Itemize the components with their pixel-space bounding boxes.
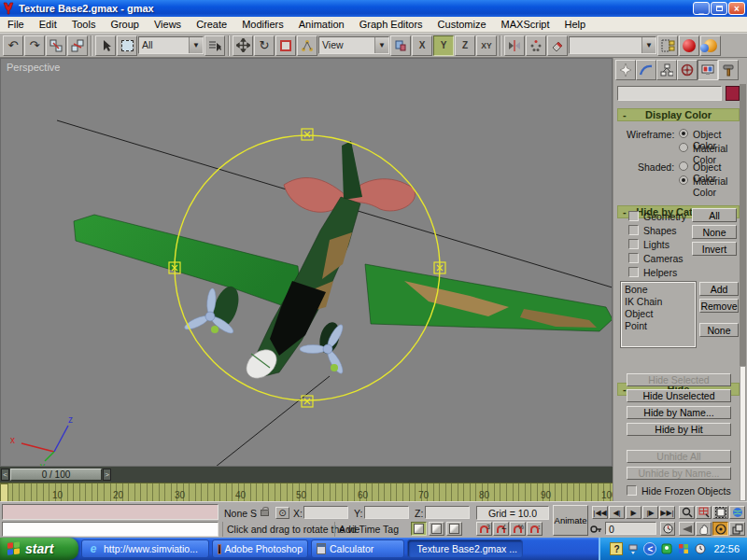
material-editor-icon[interactable] [679,35,699,56]
category-none2-button[interactable]: None [699,323,739,337]
object-color-swatch[interactable] [726,86,740,101]
time-slider-next-button[interactable]: > [103,469,111,481]
go-to-start-button[interactable]: |◀◀ [592,506,608,519]
helpers-checkbox[interactable] [628,267,639,277]
viewport-label[interactable]: Perspective [7,62,60,73]
move-icon[interactable] [233,35,253,56]
add-time-tag[interactable]: Add Time Tag [334,522,402,537]
menu-file[interactable]: File [0,18,32,31]
axis-xy-button[interactable]: XY [476,35,497,56]
selection-filter-dropdown[interactable]: All ▼ [138,36,204,54]
zoom-all-button[interactable] [696,506,712,519]
rollout-display-color[interactable]: - Display Color [617,108,740,121]
hide-by-name-button[interactable]: Hide by Name... [627,406,731,419]
align-icon[interactable] [547,35,568,56]
min-max-toggle-button[interactable] [729,522,745,536]
minimize-button[interactable]: _ [693,2,710,15]
tab-utilities[interactable] [718,60,739,80]
category-add-button[interactable]: Add [699,282,739,296]
material-navigator-icon[interactable] [700,35,721,56]
previous-frame-button[interactable]: ◀| [609,506,625,519]
snap-cycle-button[interactable] [446,522,462,536]
shaded-material-color-radio[interactable] [679,175,688,185]
taskbar-item-photoshop[interactable]: Adobe Photoshop [212,539,308,558]
shapes-checkbox[interactable] [628,225,639,235]
animate-button[interactable]: Animate [553,505,588,536]
manipulate-icon[interactable] [297,35,317,56]
geometry-checkbox[interactable] [628,211,639,221]
panel-scrollbar-thumb[interactable] [740,366,746,501]
absolute-offset-toggle[interactable]: ⊙ [275,507,289,519]
menu-modifiers[interactable]: Modifiers [234,18,291,31]
maxscript-listener-input[interactable] [2,522,218,537]
zoom-extents-all-button[interactable] [729,506,745,519]
object-name-field[interactable] [617,86,722,101]
axis-x-button[interactable]: X [412,35,432,56]
remove-hardware-icon[interactable] [627,542,640,555]
rect-selection-region-icon[interactable] [117,35,137,56]
lights-checkbox[interactable] [628,239,639,249]
menu-views[interactable]: Views [147,18,189,31]
named-selection-dropdown[interactable]: ▼ [569,36,656,54]
start-button[interactable]: start [0,538,78,560]
tab-modify[interactable] [636,60,656,80]
named-selection-sets-icon[interactable] [657,35,678,56]
current-frame-field[interactable]: 0 [605,522,656,535]
hide-icons-chevron[interactable]: < [643,542,656,555]
taskbar-item-calculator[interactable]: Calculator [311,539,404,558]
menu-graph-editors[interactable]: Graph Editors [352,18,430,31]
menu-group[interactable]: Group [103,18,147,31]
y-coord-field[interactable] [364,506,409,519]
field-of-view-button[interactable] [679,522,695,536]
snap-toggle-button[interactable] [411,522,427,536]
scale-icon[interactable] [275,35,296,56]
taskbar-item-browser[interactable]: e http://www.simviatio... [81,539,209,558]
clock-time[interactable]: 22:56 [713,543,740,554]
select-by-name-icon[interactable] [204,35,225,56]
list-item[interactable]: IK Chain Object [625,296,692,320]
menu-edit[interactable]: Edit [32,18,64,31]
axis-z-button[interactable]: Z [455,35,475,56]
track-bar[interactable]: 10 20 30 40 50 60 70 80 90 100 [0,483,613,501]
hide-by-hit-button[interactable]: Hide by Hit [627,423,731,436]
axis-y-button[interactable]: Y [433,35,454,56]
redo-icon[interactable]: ↷ [24,35,45,56]
rotate-icon[interactable]: ↻ [254,35,275,56]
taskbar-item-gmax[interactable]: Texture Base2.gmax ... [407,539,523,558]
snap-mode-button[interactable] [429,522,444,536]
angle-snap-button[interactable]: ∠ [493,522,509,536]
messenger-tray-icon[interactable] [660,542,673,555]
menu-help[interactable]: Help [557,18,594,31]
frame-indicator[interactable] [0,483,8,501]
close-button[interactable]: × [728,2,745,15]
unlink-icon[interactable] [67,35,88,56]
windows-update-tray-icon[interactable] [677,542,690,555]
next-frame-button[interactable]: |▶ [642,506,658,519]
arc-rotate-button[interactable] [712,522,728,536]
menu-customize[interactable]: Customize [430,18,494,31]
menu-create[interactable]: Create [189,18,234,31]
viewport-canvas[interactable]: x z y [1,59,613,467]
pan-button[interactable] [696,522,712,536]
menu-animation[interactable]: Animation [291,18,352,31]
hide-frozen-checkbox[interactable] [627,485,637,496]
tab-create[interactable] [615,60,636,80]
percent-snap-button[interactable]: % [510,522,526,536]
selection-lock-icon[interactable] [261,510,269,516]
tab-motion[interactable] [677,60,698,80]
perspective-viewport[interactable]: Perspective [0,58,613,467]
category-all-button[interactable]: All [692,208,737,222]
array-icon[interactable] [526,35,546,56]
x-coord-field[interactable] [303,506,348,519]
restore-button[interactable] [711,2,727,15]
select-link-icon[interactable] [46,35,66,56]
zoom-button[interactable] [679,506,695,519]
category-invert-button[interactable]: Invert [692,242,737,256]
category-none-button[interactable]: None [692,225,737,239]
snap-3d-magnet-button[interactable]: 3 [476,522,492,536]
reference-coordinate-dropdown[interactable]: View ▼ [318,36,389,54]
hide-unselected-button[interactable]: Hide Unselected [627,389,731,402]
maxscript-mini-listener[interactable] [2,504,218,520]
menu-tools[interactable]: Tools [64,18,104,31]
tab-hierarchy[interactable] [656,60,677,80]
